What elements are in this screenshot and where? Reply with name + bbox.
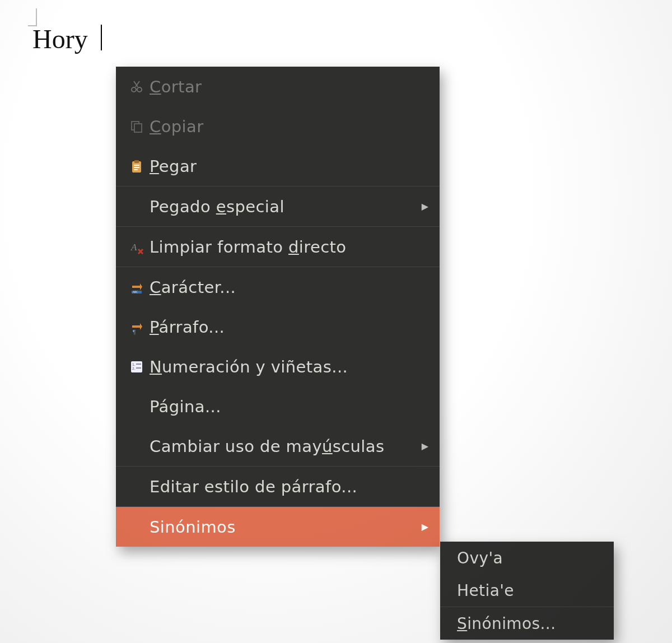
svg-rect-8 [134,169,138,170]
menu-item-pagina[interactable]: Página... [116,386,440,426]
menu-item-pegar[interactable]: Pegar [116,146,440,186]
menu-item-label: Pegado especial [150,197,417,216]
svg-rect-17 [136,367,141,369]
menu-item-cortar: Cortar [116,67,440,106]
svg-text:2.: 2. [132,366,136,370]
menu-item-label: Limpiar formato directo [150,237,417,257]
svg-text:¶: ¶ [133,328,136,335]
menu-item-numeracion-y-vinetas[interactable]: 1. 2. Numeración y viñetas... [116,347,440,386]
scissors-icon [124,79,150,95]
synonyms-submenu[interactable]: Ovy'aHetia'eSinónimos... [440,542,614,640]
copy-icon [124,119,150,134]
paste-icon [124,159,150,174]
svg-text:1.: 1. [132,362,136,366]
text-cursor [101,25,102,50]
submenu-item-ovy-a[interactable]: Ovy'a [440,542,614,574]
menu-item-label: Numeración y viñetas... [150,357,417,376]
character-icon: ABC [124,279,150,295]
menu-item-limpiar-formato-directo[interactable]: A Limpiar formato directo [116,226,440,267]
svg-text:A: A [130,242,137,253]
submenu-arrow-icon: ▶ [417,201,428,212]
menu-item-label: Cambiar uso de mayúsculas [150,437,417,456]
svg-rect-7 [134,167,139,168]
svg-rect-5 [134,160,139,163]
list-icon: 1. 2. [124,359,150,375]
menu-item-label: Carácter... [150,278,417,297]
document-typed-word: Hory [32,24,88,54]
clear-format-icon: A [124,239,150,255]
submenu-arrow-icon: ▶ [417,441,428,451]
submenu-item-label: Ovy'a [457,549,603,567]
svg-point-1 [137,87,142,92]
menu-item-copiar: Copiar [116,106,440,146]
menu-item-cambiar-uso-de-mayusculas[interactable]: Cambiar uso de mayúsculas▶ [116,426,440,466]
menu-item-label: Pegar [150,157,417,176]
svg-rect-6 [134,165,139,166]
menu-item-label: Página... [150,397,417,416]
submenu-arrow-icon: ▶ [417,521,428,532]
menu-item-sinonimos[interactable]: Sinónimos▶ [116,506,440,547]
paragraph-icon: ¶ [124,319,150,335]
submenu-item-label: Sinónimos... [457,614,603,633]
submenu-item-label: Hetia'e [457,581,603,600]
menu-item-pegado-especial[interactable]: Pegado especial▶ [116,186,440,226]
menu-item-label: Copiar [150,117,417,136]
svg-rect-16 [136,364,141,365]
context-menu[interactable]: Cortar Copiar PegarPegado especial▶A Lim… [116,67,440,547]
menu-item-caracter[interactable]: ABCCarácter... [116,267,440,307]
svg-text:ABC: ABC [133,290,138,293]
menu-item-label: Cortar [150,77,417,96]
menu-item-parrafo[interactable]: ¶Párrafo... [116,307,440,347]
menu-item-label: Sinónimos [150,518,417,537]
menu-item-label: Editar estilo de párrafo... [150,477,417,496]
svg-point-0 [132,87,136,92]
submenu-item-sinonimos[interactable]: Sinónimos... [440,607,614,640]
svg-rect-3 [134,124,142,132]
menu-item-editar-estilo-de-parrafo[interactable]: Editar estilo de párrafo... [116,466,440,506]
menu-item-label: Párrafo... [150,318,417,337]
submenu-item-hetia-e[interactable]: Hetia'e [440,574,614,607]
